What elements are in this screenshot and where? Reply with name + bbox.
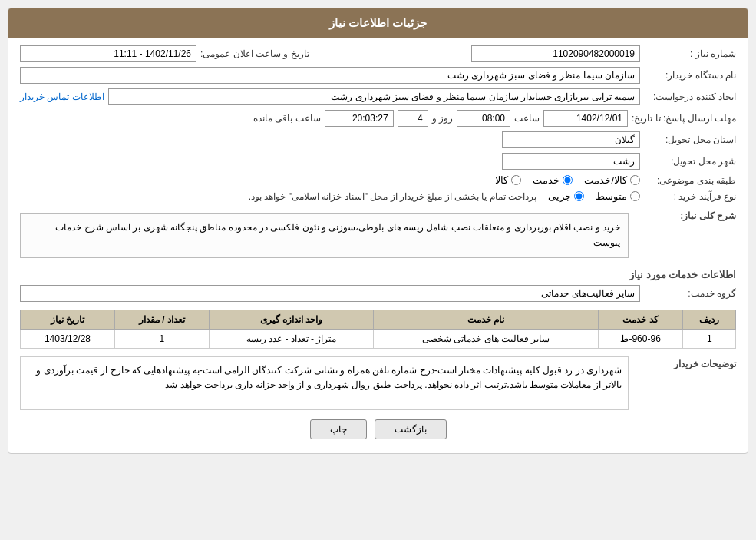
main-card: جزئیات اطلاعات نیاز شماره نیاز : 1102090… [8,8,748,454]
shomara-niaz-label: شماره نیاز : [644,48,736,59]
gorooh-khadamat-label: گروه خدمت: [644,288,736,299]
radio-kala-label: کالا [495,174,508,186]
farayand-text: پرداخت تمام یا بخشی از مبلغ خریدار از مح… [249,191,536,202]
baqi-mande-value: 20:03:27 [325,110,394,127]
radio-kala[interactable] [511,175,521,185]
rooz-label: روز و [432,113,453,124]
row-sharh-koli: شرح کلی نیاز: خرید و نصب اقلام بوربرداری… [20,208,736,263]
row-tawzih: توضیحات خریدار شهرداری در رد قبول کلیه پ… [20,356,736,410]
page-title: جزئیات اطلاعات نیاز [8,8,748,38]
radio-khadamat-item: خدمت [533,174,573,186]
col-tarikh: تاریخ نیاز [21,310,115,329]
tawzih-value: شهرداری در رد قبول کلیه پیشنهادات مختار … [20,356,629,410]
col-radif: ردیف [683,310,736,329]
cell-name: سایر فعالیت های خدماتی شخصی [374,329,598,348]
naam-dastaghah-label: نام دستگاه خریدار: [644,70,736,81]
ostan-label: استان محل تحویل: [644,134,736,145]
table-header-row: ردیف کد خدمت نام خدمت واحد اندازه گیری ت… [21,310,736,329]
col-code: کد خدمت [598,310,683,329]
etelaat-tamas-link[interactable]: اطلاعات تماس خریدار [20,91,104,102]
row-shahr: شهر محل تحویل: رشت [20,153,736,170]
row-tabaqe: طبقه بندی موضوعی: کالا/خدمت خدمت کالا [20,174,736,186]
row-ostan: استان محل تحویل: گیلان [20,131,736,148]
row-farayand: نوع فرآیند خرید : متوسط جزیی پرداخت تمام… [20,190,736,202]
row-ijad-konande: ایجاد کننده درخواست: سمیه ترابی بیربازار… [20,88,736,105]
tawzih-label: توضیحات خریدار [636,356,736,369]
radio-khadamat-label: خدمت [533,174,560,186]
ostan-value: گیلان [502,131,640,148]
saat-label: ساعت [514,113,540,124]
cell-code: 960-96-ط [598,329,683,348]
farayand-label: نوع فرآیند خرید : [644,191,736,202]
table-row: 1 960-96-ط سایر فعالیت های خدماتی شخصی م… [21,329,736,348]
etelaat-khadamat-title: اطلاعات خدمات مورد نیاز [20,269,736,280]
radio-jozi-item: جزیی [548,190,584,202]
sharh-koli-label: شرح کلی نیاز: [636,208,736,221]
farayand-radio-group: متوسط جزیی [548,190,640,202]
services-table-section: ردیف کد خدمت نام خدمت واحد اندازه گیری ت… [20,310,736,349]
tabaqe-radio-group: کالا/خدمت خدمت کالا [495,174,640,186]
tarikh-label: تاریخ و ساعت اعلان عمومی: [200,48,309,59]
cell-vahed: متراژ - تعداد - عدد ریسه [209,329,374,348]
row-gorooh-khadamat: گروه خدمت: سایر فعالیت‌های خدماتی [20,285,736,302]
mohlat-label: مهلت ارسال پاسخ: تا تاریخ: [632,113,736,124]
naam-dastaghah-value: سازمان سیما منظر و فضای سبز شهرداری رشت [20,67,640,84]
sharh-koli-value: خرید و نصب اقلام بوربرداری و متعلقات نصب… [28,220,620,251]
radio-mottavaset-label: متوسط [596,190,627,202]
cell-radif: 1 [683,329,736,348]
tabaqe-label: طبقه بندی موضوعی: [644,175,736,186]
radio-mottavaset[interactable] [630,191,640,201]
radio-kala-khadamat-label: کالا/خدمت [584,174,627,186]
radio-khadamat[interactable] [563,175,573,185]
content-area: شماره نیاز : 1102090482000019 تاریخ و سا… [8,38,748,453]
radio-kala-khadamat-item: کالا/خدمت [584,174,640,186]
shomara-niaz-value: 1102090482000019 [471,45,640,62]
ijad-konande-value: سمیه ترابی بیربازاری حسابدار سازمان سیما… [108,88,640,105]
rooz-value: 4 [398,110,428,127]
back-button[interactable]: بازگشت [375,419,447,439]
cell-tedad: 1 [114,329,209,348]
tarikh-value: 1402/11/26 - 11:11 [20,45,196,62]
col-tedad: تعداد / مقدار [114,310,209,329]
ijad-konande-label: ایجاد کننده درخواست: [644,91,736,102]
row-naam-dastaghah: نام دستگاه خریدار: سازمان سیما منظر و فض… [20,67,736,84]
cell-tarikh: 1403/12/28 [21,329,115,348]
radio-jozi-label: جزیی [548,190,571,202]
col-name: نام خدمت [374,310,598,329]
radio-kala-item: کالا [495,174,521,186]
gorooh-khadamat-value: سایر فعالیت‌های خدماتی [20,285,640,302]
radio-kala-khadamat[interactable] [630,175,640,185]
col-vahed: واحد اندازه گیری [209,310,374,329]
print-button[interactable]: چاپ [310,419,367,439]
baqi-mande-label: ساعت باقی مانده [253,113,321,124]
sharh-koli-box: خرید و نصب اقلام بوربرداری و متعلقات نصب… [20,213,629,258]
date-value: 1402/12/01 [543,110,628,127]
row-shomara-tarikh: شماره نیاز : 1102090482000019 تاریخ و سا… [20,45,736,62]
radio-mottavaset-item: متوسط [596,190,640,202]
button-row: بازگشت چاپ [20,419,736,439]
services-table: ردیف کد خدمت نام خدمت واحد اندازه گیری ت… [20,310,736,349]
saat-value: 08:00 [457,110,510,127]
page-container: جزئیات اطلاعات نیاز شماره نیاز : 1102090… [0,0,756,540]
shahr-label: شهر محل تحویل: [644,156,736,167]
radio-jozi[interactable] [574,191,584,201]
row-mohlat: مهلت ارسال پاسخ: تا تاریخ: 1402/12/01 سا… [20,110,736,127]
shahr-value: رشت [502,153,640,170]
